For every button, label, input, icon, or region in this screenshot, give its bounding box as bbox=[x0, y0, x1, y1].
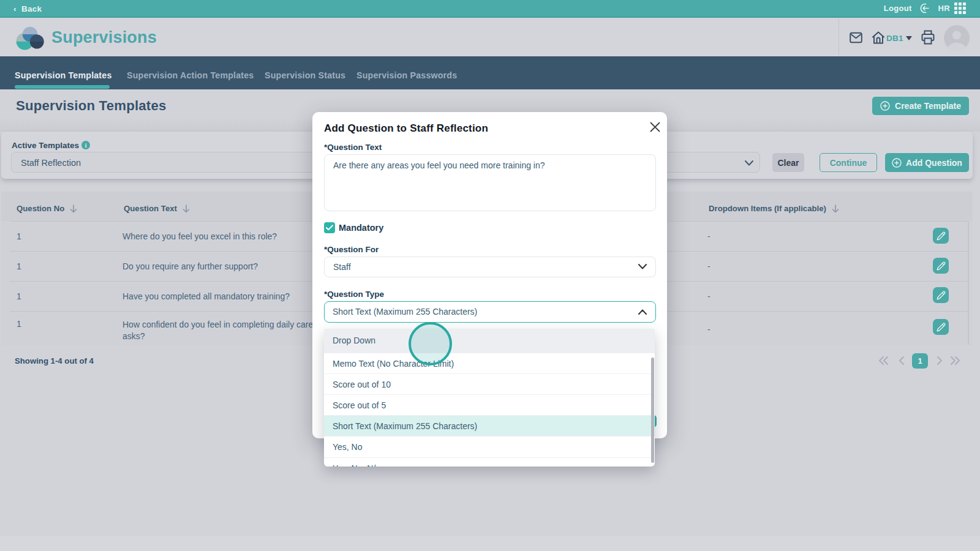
svg-text:i: i bbox=[85, 143, 87, 149]
